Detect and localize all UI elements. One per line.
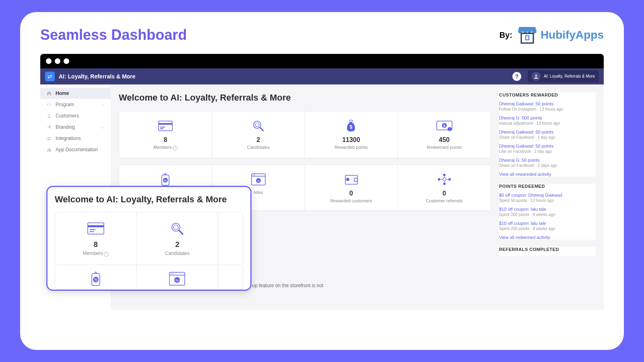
svg-rect-7 — [159, 123, 172, 125]
svg-rect-38 — [88, 223, 104, 234]
stat-value: 11300 — [309, 136, 394, 144]
svg-point-23 — [253, 175, 254, 175]
activity-item[interactable]: Dheeraj G: 500 pointsmanual adjustment ·… — [499, 115, 596, 125]
stat-label: Rewarded customers — [309, 198, 394, 203]
zoom-row-1: 8 Members? 2 Candidates — [55, 212, 243, 265]
stat-value: 8 — [123, 136, 208, 144]
tag-icon: % — [123, 172, 208, 187]
welcome-heading: Welcome to AI: Loyalty, Referrals & More — [119, 93, 491, 103]
activity-item[interactable]: Dheeraj Gaikwad: 50 pointsLike on Facebo… — [499, 144, 596, 154]
window-dot — [46, 58, 52, 64]
zoom-heading: Welcome to AI: Loyalty, Referrals & More — [55, 194, 243, 205]
zoom-label: Candidates — [141, 251, 214, 256]
activity-panel: CUSTOMERS REWARDED Dheeraj Gaikwad: 50 p… — [499, 93, 596, 302]
brand-row: By: HubifyApps — [500, 26, 604, 44]
svg-text:$: $ — [443, 124, 445, 128]
svg-point-43 — [173, 225, 178, 230]
stat-rewarded-customers: 0 Rewarded customers — [305, 165, 398, 210]
help-icon[interactable]: ? — [173, 146, 178, 150]
referrals-section: REFERRALS COMPLETED — [499, 247, 596, 256]
activity-item[interactable]: Dheeraj Gaikwad: 50 pointsShare on Faceb… — [499, 130, 596, 140]
home-icon — [47, 91, 52, 96]
stat-label: Candidates — [216, 145, 301, 150]
app-logo-icon: ⇄ — [45, 72, 55, 81]
svg-rect-1 — [526, 36, 529, 40]
nav-home[interactable]: Home — [40, 88, 111, 99]
money-icon: $↓ — [402, 119, 487, 133]
card-icon — [123, 119, 208, 133]
nav-customers[interactable]: Customers — [40, 110, 111, 121]
tag-icon: % — [59, 271, 132, 287]
svg-text:%: % — [175, 278, 179, 282]
user-menu[interactable]: AI: Loyalty, Referrals & More — [528, 70, 599, 82]
section-title: POINTS REDEEMED — [499, 184, 596, 189]
svg-rect-0 — [521, 33, 533, 43]
app-bar: ⇄ AI: Loyalty, Referrals & More ? AI: Lo… — [40, 68, 604, 84]
nav-docs[interactable]: App Documentation — [40, 144, 111, 155]
svg-line-12 — [260, 128, 263, 131]
stat-value: 450 — [402, 136, 487, 144]
help-icon[interactable]: ? — [104, 252, 109, 257]
stat-label: Members? — [123, 145, 208, 150]
svg-rect-28 — [354, 178, 357, 181]
stat-candidates: 2 Candidates — [212, 111, 305, 158]
svg-point-3 — [48, 114, 50, 116]
activity-item[interactable]: Dheeraj G: 50 pointsShare on Facebook · … — [499, 158, 596, 168]
stat-value: 0 — [402, 190, 487, 197]
zoom-cell-cut — [218, 212, 243, 265]
activity-item[interactable]: $10 off coupon: lalu taleSpent 200 point… — [499, 207, 596, 217]
window-dot — [55, 58, 60, 64]
appbar-right: ? AI: Loyalty, Referrals & More — [512, 70, 599, 82]
svg-point-29 — [443, 178, 446, 181]
window-titlebar — [40, 54, 604, 68]
svg-point-50 — [172, 273, 173, 274]
user-icon — [47, 113, 52, 118]
svg-rect-6 — [159, 121, 172, 131]
stat-members: 8 Members? — [119, 111, 212, 158]
svg-text:%: % — [164, 179, 167, 183]
nav-label: Program — [56, 102, 74, 107]
nav-integrations[interactable]: Integrations — [40, 133, 111, 144]
browser-icon: % — [216, 172, 301, 187]
search-icon — [216, 119, 301, 133]
svg-rect-9 — [160, 128, 163, 129]
wallet-icon — [309, 172, 394, 187]
card-header: Seamless Dashboard By: HubifyApps — [40, 26, 604, 44]
nav-branding[interactable]: Branding ⌄ — [40, 121, 111, 133]
user-label: AI: Loyalty, Referrals & More — [544, 74, 595, 79]
send-icon — [47, 125, 52, 130]
chevron-down-icon: ⌄ — [101, 103, 104, 107]
activity-item[interactable]: Dheeraj Gaikwad: 50 pointsFollow On Inst… — [499, 101, 596, 111]
users-icon — [47, 136, 52, 141]
svg-point-32 — [438, 178, 440, 181]
nav-program[interactable]: Program ⌄ — [40, 99, 111, 110]
zoom-stat-members: 8 Members? — [55, 212, 137, 265]
help-icon[interactable]: ? — [512, 72, 521, 81]
awning-icon — [517, 26, 537, 44]
money-bag-icon: $ — [309, 119, 394, 133]
activity-item[interactable]: $0 off coupon: Dheeraj GaikwadSpent 50 p… — [499, 193, 596, 203]
rewarded-section: CUSTOMERS REWARDED Dheeraj Gaikwad: 50 p… — [499, 93, 596, 177]
svg-point-33 — [448, 178, 451, 181]
app-title: AI: Loyalty, Referrals & More — [59, 73, 135, 80]
svg-text:↓: ↓ — [449, 128, 450, 131]
svg-rect-39 — [88, 225, 104, 227]
activity-item[interactable]: $10 off coupon: lalu taleSpent 200 point… — [499, 221, 596, 231]
card-icon — [59, 220, 132, 237]
zoom-cell-cut — [218, 265, 243, 289]
zoom-stat: % — [137, 265, 219, 289]
svg-point-49 — [171, 273, 171, 274]
view-all-redeemed[interactable]: View all redeemed activity — [499, 235, 596, 240]
zoom-stat: % — [55, 265, 137, 289]
code-icon — [47, 102, 52, 107]
svg-point-4 — [47, 137, 49, 138]
svg-text:$: $ — [350, 124, 353, 130]
zoom-overlay: Welcome to AI: Loyalty, Referrals & More… — [46, 186, 252, 291]
svg-point-2 — [535, 75, 537, 77]
by-text: By: — [500, 31, 512, 40]
stat-label: Rewarded points — [309, 145, 394, 150]
svg-point-24 — [254, 175, 255, 175]
view-all-rewarded[interactable]: View all rewareded activity — [499, 172, 596, 177]
svg-line-44 — [179, 230, 183, 234]
marketing-card: Seamless Dashboard By: HubifyApps ⇄ AI: … — [20, 12, 624, 350]
